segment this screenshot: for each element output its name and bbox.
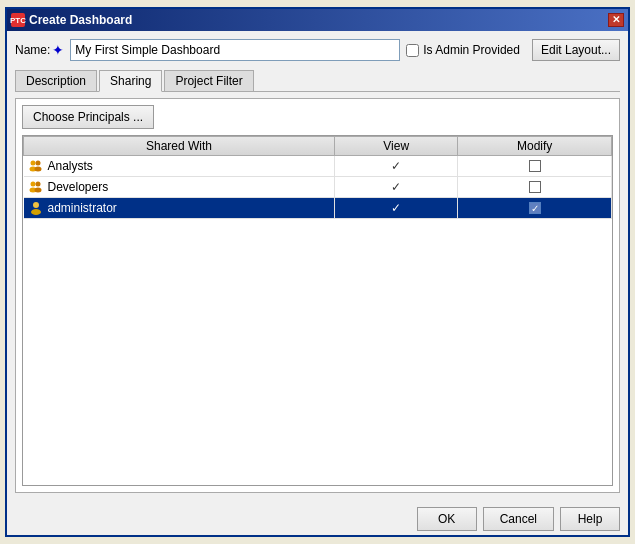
cell-view: ✓: [335, 198, 458, 219]
cell-shared-with: administrator: [24, 198, 335, 219]
cell-view: ✓: [335, 177, 458, 198]
name-label: Name: ✦: [15, 42, 64, 58]
view-checkmark: ✓: [391, 180, 401, 194]
create-dashboard-dialog: PTC Create Dashboard ✕ Name: ✦ Is Admin …: [5, 7, 630, 537]
svg-point-0: [30, 161, 35, 166]
svg-point-4: [30, 182, 35, 187]
cell-modify[interactable]: [458, 156, 612, 177]
table-row[interactable]: Developers✓: [24, 177, 612, 198]
table-header-row: Shared With View Modify: [24, 137, 612, 156]
user-icon: [28, 200, 44, 216]
modify-checkbox[interactable]: [529, 181, 541, 193]
svg-point-5: [35, 182, 40, 187]
cell-view: ✓: [335, 156, 458, 177]
tab-sharing[interactable]: Sharing: [99, 70, 162, 92]
name-row: Name: ✦ Is Admin Provided Edit Layout...: [15, 39, 620, 61]
edit-layout-button[interactable]: Edit Layout...: [532, 39, 620, 61]
tab-project-filter[interactable]: Project Filter: [164, 70, 253, 92]
svg-point-1: [35, 161, 40, 166]
title-bar-left: PTC Create Dashboard: [11, 13, 132, 27]
svg-point-7: [34, 188, 41, 193]
tab-description[interactable]: Description: [15, 70, 97, 92]
ok-button[interactable]: OK: [417, 507, 477, 531]
ptc-logo: PTC: [11, 13, 25, 27]
view-checkmark: ✓: [391, 159, 401, 173]
bottom-buttons: OK Cancel Help: [7, 501, 628, 535]
admin-provided-label: Is Admin Provided: [423, 43, 520, 57]
principal-name: Developers: [48, 180, 109, 194]
help-button[interactable]: Help: [560, 507, 620, 531]
modify-checkbox[interactable]: [529, 160, 541, 172]
name-input[interactable]: [70, 39, 400, 61]
svg-point-9: [31, 209, 41, 215]
title-bar: PTC Create Dashboard ✕: [7, 9, 628, 31]
tabs-row: Description Sharing Project Filter: [15, 69, 620, 92]
choose-principals-button[interactable]: Choose Principals ...: [22, 105, 154, 129]
cell-modify[interactable]: [458, 177, 612, 198]
cell-shared-with: Developers: [24, 177, 335, 198]
principal-name: Analysts: [48, 159, 93, 173]
cell-modify[interactable]: ✓: [458, 198, 612, 219]
close-button[interactable]: ✕: [608, 13, 624, 27]
admin-provided-area: Is Admin Provided: [406, 43, 520, 57]
table-row[interactable]: administrator✓✓: [24, 198, 612, 219]
sharing-table-container: Shared With View Modify Analysts✓ Develo…: [22, 135, 613, 486]
cancel-button[interactable]: Cancel: [483, 507, 554, 531]
dialog-title: Create Dashboard: [29, 13, 132, 27]
svg-point-3: [34, 167, 41, 172]
admin-provided-checkbox[interactable]: [406, 44, 419, 57]
group-icon: [28, 179, 44, 195]
principal-name: administrator: [48, 201, 117, 215]
table-row[interactable]: Analysts✓: [24, 156, 612, 177]
cell-shared-with: Analysts: [24, 156, 335, 177]
col-modify: Modify: [458, 137, 612, 156]
col-shared-with: Shared With: [24, 137, 335, 156]
group-icon: [28, 158, 44, 174]
sharing-panel: Choose Principals ... Shared With View M…: [15, 98, 620, 493]
sharing-table: Shared With View Modify Analysts✓ Develo…: [23, 136, 612, 219]
modify-checkbox[interactable]: ✓: [529, 202, 541, 214]
svg-point-8: [33, 202, 39, 208]
col-view: View: [335, 137, 458, 156]
view-checkmark: ✓: [391, 201, 401, 215]
dialog-content: Name: ✦ Is Admin Provided Edit Layout...…: [7, 31, 628, 501]
required-star: ✦: [52, 42, 64, 58]
